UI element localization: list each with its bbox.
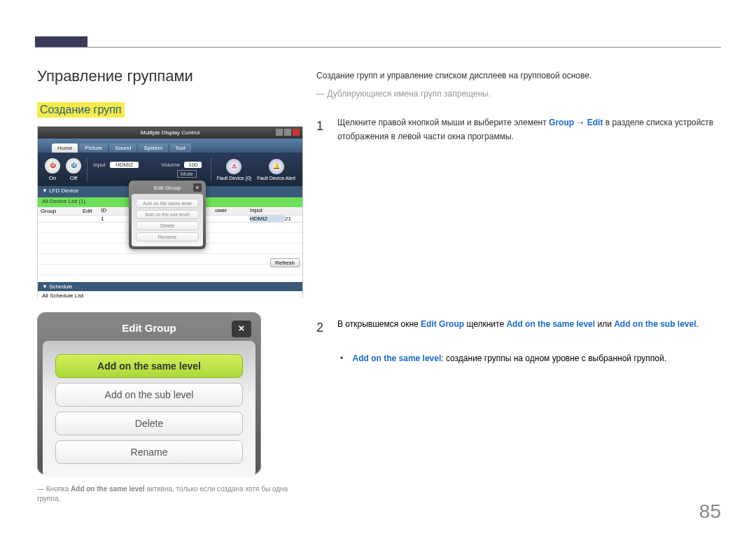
app-titlebar: Multiple Display Control [38, 127, 302, 139]
off-label: Off [70, 175, 78, 181]
power-off-icon[interactable]: ⏻ [66, 158, 81, 174]
app-tabs: Home Picture Sound System Tool [38, 139, 302, 153]
col-input: Input [250, 207, 285, 215]
power-on-icon[interactable]: ⏻ [45, 158, 60, 174]
right-column: Создание групп и управление списком дисп… [316, 69, 719, 144]
close-icon[interactable]: × [232, 321, 251, 337]
add-same-level-button[interactable]: Add on the same level [55, 354, 243, 378]
fault-device-label: Fault Device (0) [217, 176, 251, 181]
row-val: 21 [285, 216, 302, 222]
header-rule [35, 47, 721, 48]
edit-group-dialog-small: Edit Group × Add on the same level Add o… [129, 181, 206, 249]
header-tab-marker [35, 36, 88, 47]
dialog-title: Edit Group × [43, 318, 255, 341]
tab-picture[interactable]: Picture [79, 143, 108, 153]
input-label: Input [93, 162, 106, 168]
schedule-header[interactable]: ▼ Schedule [38, 282, 302, 291]
tab-system[interactable]: System [138, 143, 168, 153]
tab-sound[interactable]: Sound [109, 143, 136, 153]
delete-button[interactable]: Delete [136, 221, 199, 230]
rename-button[interactable]: Rename [136, 232, 199, 241]
bullet-item: Add on the same level: создание группы н… [316, 351, 719, 365]
close-icon[interactable] [293, 129, 300, 136]
row-input: HDMI2 [250, 216, 285, 222]
maximize-icon[interactable] [284, 129, 291, 136]
step-number: 1 [316, 115, 326, 137]
step-number: 2 [316, 317, 326, 339]
col-id: ID [101, 207, 122, 215]
window-controls[interactable] [276, 129, 300, 136]
fault-device-icon[interactable]: ⚠ [226, 159, 241, 174]
step-2-block: 2 В открывшемся окне Edit Group щелкните… [316, 317, 719, 365]
step-1: 1 Щелкните правой кнопкой мыши и выберит… [316, 115, 719, 144]
input-value[interactable]: HDMI2 [110, 162, 139, 168]
tab-home[interactable]: Home [52, 143, 78, 153]
edit-dialog-title: Edit Group × [132, 183, 203, 194]
edit-group-dialog-large: Edit Group × Add on the same level Add o… [37, 312, 261, 475]
col-power: ower [215, 207, 250, 215]
sub-title-highlight: Создание групп [37, 102, 125, 118]
on-label: On [49, 175, 57, 181]
schedule-list[interactable]: All Schedule List [38, 291, 302, 300]
mute-checkbox[interactable]: Mute [177, 170, 197, 178]
tab-tool[interactable]: Tool [169, 143, 191, 153]
section-title: Управление группами [37, 67, 193, 85]
fault-alert-label: Fault Device Alert [257, 176, 295, 181]
add-same-level-button[interactable]: Add on the same level [136, 199, 199, 208]
col-group: Group [38, 207, 80, 215]
app-title: Multiple Display Control [141, 129, 200, 136]
rename-button[interactable]: Rename [55, 440, 243, 464]
row-id: 1 [101, 216, 122, 222]
minimize-icon[interactable] [276, 129, 283, 136]
close-icon[interactable]: × [193, 183, 202, 192]
page-number: 85 [699, 500, 721, 523]
volume-value[interactable]: 100 [184, 162, 202, 168]
delete-button[interactable]: Delete [55, 412, 243, 435]
intro-text: Создание групп и управление списком дисп… [316, 69, 719, 83]
refresh-button[interactable]: Refresh [270, 258, 300, 267]
add-sub-level-button[interactable]: Add on the sub level [136, 210, 199, 219]
footnote: ― Кнопка Add on the same level активна, … [37, 484, 289, 504]
volume-label: Volume [161, 162, 180, 168]
col-edit[interactable]: Edit [80, 207, 101, 215]
fault-alert-icon[interactable]: 🔔 [269, 159, 284, 174]
app-screenshot-1: Multiple Display Control Home Picture So… [37, 126, 303, 297]
add-sub-level-button[interactable]: Add on the sub level [55, 383, 243, 407]
note-text: ― Дублирующиеся имена групп запрещены. [316, 87, 719, 101]
